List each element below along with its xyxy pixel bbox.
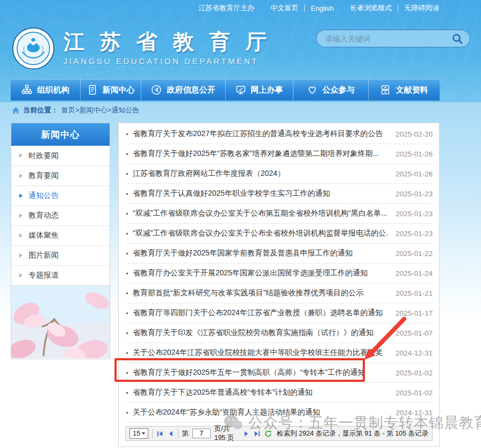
main-navigation: 组织机构 新闻中心 政府信息公开 网上办事 — [11, 79, 440, 101]
topbar-link-english[interactable]: English — [311, 4, 334, 12]
notice-link[interactable]: 省教育厅关于印发《江苏省职业院校劳动教育实施指南（试行）》的通知 — [125, 328, 387, 338]
notice-link[interactable]: 省教育厅关于做好2025年五年一贯制高职（高师）“专转本”工作的通知 — [125, 368, 387, 378]
last-page-button[interactable] — [254, 430, 261, 437]
notice-link[interactable]: 省教育厅关于认真做好2025年职业学校学生实习工作的通知 — [125, 189, 387, 198]
notice-date: 2025-01-26 — [387, 150, 433, 158]
notice-link[interactable]: 江苏省教育厅政府网站工作年度报表（2024） — [125, 169, 387, 179]
online-services-icon — [235, 84, 246, 95]
notice-link[interactable]: 关于公布2024年“苏乡永助”资助育人主题活动结果的通知 — [125, 408, 387, 417]
page-number-input[interactable] — [192, 429, 211, 438]
notice-link[interactable]: “双减”工作省级联席会议办公室关于公布第五期全省校外培训机构“黑白名单... — [125, 209, 387, 218]
sidebar-menu-item[interactable]: 教育要闻 — [11, 166, 110, 186]
topbar-link-host[interactable]: 江苏省教育厅主办 — [198, 3, 254, 13]
notice-list-panel: 省教育厅关于发布2027年拟在江苏招生的普通高校专业选考科目要求的公告 2025… — [118, 123, 440, 447]
first-page-icon — [156, 430, 163, 437]
notice-link[interactable]: 省教育厅关于发布2027年拟在江苏招生的普通高校专业选考科目要求的公告 — [125, 129, 387, 139]
sidebar-menu-item[interactable]: 教育动态 — [11, 205, 110, 225]
notice-date: 2025-01-07 — [387, 329, 433, 337]
last-page-icon — [254, 430, 261, 437]
news-sidebar: 新闻中心 时政要闻 教育要闻 通知公告 教育动态 媒体聚焦 图片新闻 — [11, 123, 110, 359]
sidebar-item-label: 媒体聚焦 — [28, 231, 59, 240]
page-label-suffix: 页/共 195 页 — [214, 424, 239, 443]
site-title-block: 江 苏 省 教 育 厅 JIANGSU EDUCATION DEPARTMENT — [63, 31, 271, 66]
topbar-link-elder-mode[interactable]: 长者浏览模式 — [350, 3, 392, 13]
nav-item-organization[interactable]: 组织机构 — [11, 79, 81, 101]
notice-row: 省教育厅关于做好2025年国家学前教育普及普惠县申报工作的通知 2025-01-… — [125, 244, 433, 264]
first-page-button[interactable] — [156, 430, 163, 437]
notice-link[interactable]: 省教育厅办公室关于开展2025年国家公派出国留学选派受理工作的通知 — [125, 268, 387, 278]
sidebar-item-label: 时政要闻 — [28, 151, 59, 161]
notice-link[interactable]: 省教育厅关于做好2025年“苏教名家”培养对象遴选暨第二期培养对象终期... — [125, 149, 387, 159]
sidebar-menu-item[interactable]: 时政要闻 — [11, 146, 110, 166]
notice-date: 2025-01-21 — [387, 289, 433, 297]
notice-link[interactable]: 省教育厅等四部门关于公布2024年江苏省产业教授（兼职）选聘名单的通知 — [125, 308, 387, 318]
notice-row: 省教育厅关于印发《江苏省职业院校劳动教育实施指南（试行）》的通知 2025-01… — [125, 323, 433, 343]
sidebar-menu-item[interactable]: 媒体聚焦 — [11, 225, 110, 245]
notice-list: 省教育厅关于发布2027年拟在江苏招生的普通高校专业选考科目要求的公告 2025… — [125, 124, 433, 423]
notice-date: 2025-01-26 — [387, 170, 433, 178]
notice-date: 2025-01-23 — [387, 230, 433, 238]
notice-link[interactable]: “双减”工作省级联席会议办公室关于公布全省校外培训机构监督举报电话的公... — [125, 229, 387, 238]
notice-row: 省教育厅关于认真做好2025年职业学校学生实习工作的通知 2025-01-23 — [125, 184, 433, 204]
topbar-link-chinese-home[interactable]: 中文首页 — [270, 3, 298, 13]
topbar-divider — [398, 5, 398, 12]
topbar-link-accessibility[interactable]: 无障碍阅读 — [404, 3, 439, 13]
home-icon — [12, 106, 20, 115]
pagination-bar: 15 第 页/共 195 页 — [125, 426, 433, 441]
site-name: 江 苏 省 教 育 厅 — [63, 31, 271, 53]
news-icon — [87, 84, 98, 95]
nav-item-public-participation[interactable]: 公众参与 — [293, 79, 369, 101]
site-search — [316, 30, 470, 47]
chevron-down-icon — [142, 432, 145, 435]
info-disclosure-icon — [151, 84, 162, 95]
nav-label: 政府信息公开 — [167, 85, 215, 95]
nav-item-gov-info-disclosure[interactable]: 政府信息公开 — [141, 79, 225, 101]
breadcrumb-path[interactable]: 首页>新闻中心>通知公告 — [61, 105, 139, 115]
page-size-select[interactable]: 15 — [130, 428, 148, 439]
next-page-button[interactable] — [243, 430, 250, 437]
notice-date: 2025-01-24 — [387, 269, 433, 278]
page-size-value: 15 — [133, 430, 140, 437]
sidebar-item-label: 图片新闻 — [28, 251, 59, 260]
nav-item-documents[interactable]: 文献资料 — [369, 79, 440, 101]
sidebar-item-label: 专题报道 — [28, 271, 59, 280]
public-participation-icon — [307, 84, 318, 95]
notice-link[interactable]: 教育部首批“新文科研究与改革实践项目”结题验收推荐优秀项目的公示 — [125, 288, 387, 298]
documents-icon — [380, 84, 391, 95]
result-count-summary: 检索到 2924 条记录，显示第 91 条 - 第 105 条记录 — [277, 429, 428, 438]
notice-date: 2025-01-23 — [387, 190, 433, 198]
refresh-icon — [264, 430, 272, 438]
notice-row: 教育部首批“新文科研究与改革实践项目”结题验收推荐优秀项目的公示 2025-01… — [125, 283, 433, 303]
nav-label: 文献资料 — [396, 85, 428, 95]
sidebar-menu-item[interactable]: 通知公告 — [11, 186, 110, 205]
site-name-english: JIANGSU EDUCATION DEPARTMENT — [63, 56, 271, 66]
sidebar-menu-item[interactable]: 图片新闻 — [11, 245, 110, 265]
breadcrumb-label: 当前位置： — [23, 105, 58, 115]
prev-page-button[interactable] — [167, 430, 174, 437]
sidebar-item-label: 通知公告 — [28, 191, 59, 201]
sidebar-title: 新闻中心 — [11, 123, 110, 146]
notice-date: 2025-01-02 — [387, 389, 433, 397]
department-logo[interactable] — [12, 27, 55, 70]
refresh-button[interactable] — [264, 430, 272, 437]
nav-item-news-center[interactable]: 新闻中心 — [81, 79, 141, 101]
notice-row: “双减”工作省级联席会议办公室关于公布全省校外培训机构监督举报电话的公... 2… — [125, 224, 433, 244]
nav-label: 组织机构 — [37, 85, 69, 95]
nav-item-online-services[interactable]: 网上办事 — [226, 79, 293, 101]
notice-link[interactable]: 省教育厅关于做好2025年国家学前教育普及普惠县申报工作的通知 — [125, 248, 387, 258]
notice-link[interactable]: 省教育厅关于下达2025年普通高校“专转本”计划的通知 — [125, 388, 387, 397]
notice-date: 2024-12-31 — [387, 349, 433, 357]
sidebar-item-label: 教育要闻 — [28, 171, 59, 181]
notice-row: 省教育厅关于做好2025年“苏教名家”培养对象遴选暨第二期培养对象终期... 2… — [125, 144, 433, 164]
notice-link[interactable]: 关于公布2024年江苏省职业院校技能大赛中等职业学校班主任能力比赛获奖 — [125, 348, 387, 358]
sidebar-menu-item[interactable]: 专题报道 — [11, 265, 110, 285]
search-button[interactable] — [451, 33, 463, 45]
next-page-icon — [243, 430, 250, 437]
site-header: 江苏省教育厅主办 中文首页 English 长者浏览模式 无障碍阅读 江 苏 省… — [0, 0, 481, 102]
notice-row: 省教育厅办公室关于开展2025年国家公派出国留学选派受理工作的通知 2025-0… — [125, 264, 433, 283]
nav-label: 新闻中心 — [103, 85, 135, 95]
notice-row: “双减”工作省级联席会议办公室关于公布第五期全省校外培训机构“黑白名单... 2… — [125, 204, 433, 224]
notice-row: 省教育厅关于发布2027年拟在江苏招生的普通高校专业选考科目要求的公告 2025… — [125, 124, 433, 144]
search-input[interactable] — [325, 34, 451, 43]
notice-row: 关于公布2024年江苏省职业院校技能大赛中等职业学校班主任能力比赛获奖 2024… — [125, 343, 433, 363]
